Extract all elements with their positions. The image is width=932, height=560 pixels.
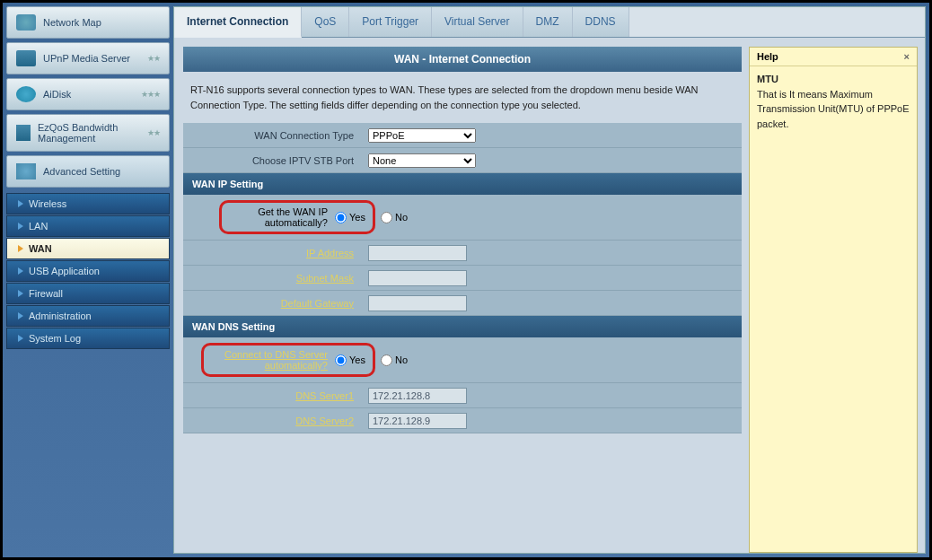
tab-internet-connection[interactable]: Internet Connection [174, 7, 302, 38]
triangle-icon [18, 312, 23, 319]
triangle-icon [18, 335, 23, 342]
label: Network Map [43, 17, 101, 28]
dns-auto-label[interactable]: Connect to DNS Server automatically? [211, 349, 328, 371]
wan-ip-header: WAN IP Setting [183, 173, 742, 195]
iptv-port-select[interactable]: None [368, 153, 476, 168]
media-icon [16, 50, 36, 66]
default-gateway-input[interactable] [368, 295, 467, 311]
wan-conn-type-select[interactable]: PPPoE [368, 128, 476, 143]
submenu-usb[interactable]: USB Application [6, 260, 170, 282]
submenu-firewall[interactable]: Firewall [6, 283, 170, 304]
wan-dns-header: WAN DNS Setting [183, 316, 742, 337]
dns-auto-no[interactable]: No [381, 354, 408, 366]
radio-no[interactable] [381, 212, 392, 223]
help-mtu-title: MTU [757, 74, 778, 84]
stars-icon: ★★ [147, 54, 160, 63]
help-box: Help × MTU That is It means Maximum Tran… [749, 47, 918, 553]
triangle-icon [18, 245, 23, 252]
content: WAN - Internet Connection RT-N16 support… [183, 47, 742, 553]
stars-icon: ★★★ [141, 90, 160, 99]
tab-dmz[interactable]: DMZ [523, 7, 573, 37]
label: UPnP Media Server [43, 53, 130, 64]
tab-bar: Internet Connection QoS Port Trigger Vir… [174, 7, 925, 38]
triangle-icon [18, 223, 23, 230]
dns2-input[interactable] [368, 413, 467, 429]
submenu-list: Wireless LAN WAN USB Application Firewal… [6, 193, 170, 349]
sidebar-advanced[interactable]: Advanced Setting [6, 155, 170, 188]
dns-auto-yes[interactable]: Yes [335, 354, 365, 366]
sidebar-ezqos[interactable]: EzQoS Bandwidth Management ★★ [6, 114, 170, 152]
dns1-input[interactable] [368, 388, 467, 404]
qos-icon [16, 125, 31, 141]
dns1-label[interactable]: DNS Server1 [183, 387, 363, 405]
label: EzQoS Bandwidth Management [38, 122, 140, 144]
tab-port-trigger[interactable]: Port Trigger [349, 7, 432, 37]
basic-settings: WAN Connection Type PPPoE Choose IPTV ST… [183, 123, 742, 173]
label: Advanced Setting [43, 166, 120, 177]
main-panel: Internet Connection QoS Port Trigger Vir… [173, 6, 926, 554]
tab-ddns[interactable]: DDNS [573, 7, 629, 37]
submenu-wan[interactable]: WAN [6, 238, 170, 259]
help-body-text: That is It means Maximum Transmission Un… [757, 89, 910, 129]
sidebar-upnp[interactable]: UPnP Media Server ★★ [6, 42, 170, 74]
ip-address-label[interactable]: IP Address [183, 244, 363, 262]
ip-address-input[interactable] [368, 245, 467, 261]
subnet-mask-input[interactable] [368, 270, 467, 286]
subnet-mask-label[interactable]: Subnet Mask [183, 269, 363, 287]
tab-qos[interactable]: QoS [302, 7, 349, 37]
submenu-lan[interactable]: LAN [6, 215, 170, 237]
tools-icon [16, 163, 36, 179]
dns-auto-highlight: Connect to DNS Server automatically? Yes [201, 343, 375, 377]
disk-icon [16, 86, 36, 102]
wan-ip-auto-yes[interactable]: Yes [335, 212, 365, 223]
wan-ip-auto-no[interactable]: No [381, 212, 408, 223]
tab-virtual-server[interactable]: Virtual Server [432, 7, 523, 37]
wan-conn-type-label: WAN Connection Type [183, 127, 363, 144]
wan-ip-auto-highlight: Get the WAN IP automatically? Yes [219, 200, 375, 234]
radio-no[interactable] [381, 354, 392, 366]
triangle-icon [18, 267, 23, 275]
dns2-label[interactable]: DNS Server2 [183, 412, 363, 430]
triangle-icon [18, 200, 23, 207]
default-gateway-label[interactable]: Default Gateway [183, 294, 363, 312]
submenu-admin[interactable]: Administration [6, 305, 170, 327]
page-description: RT-N16 supports several connection types… [183, 72, 742, 123]
wan-ip-auto-label: Get the WAN IP automatically? [229, 206, 328, 228]
help-title: Help [757, 51, 778, 62]
sidebar-network-map[interactable]: Network Map [6, 6, 170, 39]
radio-yes[interactable] [335, 354, 347, 366]
sidebar-aidisk[interactable]: AiDisk ★★★ [6, 78, 170, 110]
iptv-port-label: Choose IPTV STB Port [183, 152, 363, 170]
stars-icon: ★★ [147, 128, 160, 137]
page-title: WAN - Internet Connection [183, 47, 742, 72]
triangle-icon [18, 290, 23, 297]
submenu-syslog[interactable]: System Log [6, 328, 170, 349]
network-icon [16, 14, 36, 31]
sidebar: Network Map UPnP Media Server ★★ AiDisk … [6, 6, 170, 554]
help-close-button[interactable]: × [904, 51, 910, 62]
submenu-wireless[interactable]: Wireless [6, 193, 170, 214]
label: AiDisk [43, 89, 71, 100]
radio-yes[interactable] [335, 212, 347, 223]
